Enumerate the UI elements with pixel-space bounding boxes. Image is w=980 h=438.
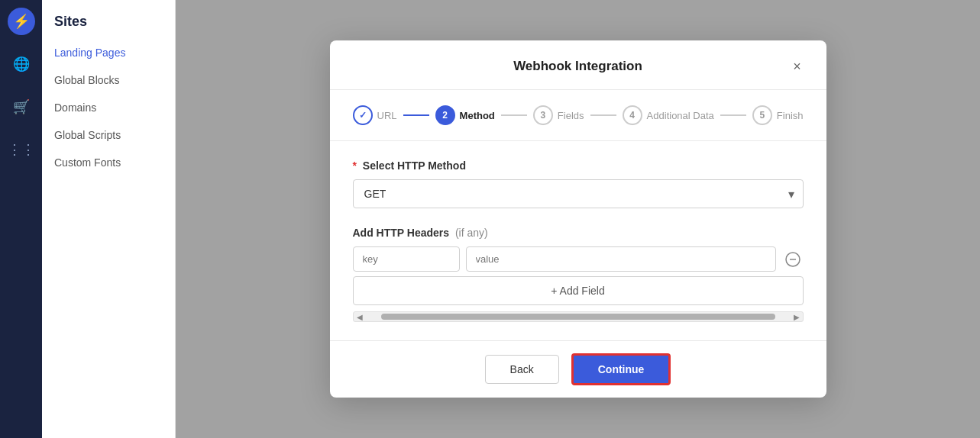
http-method-label: * Select HTTP Method: [353, 159, 804, 172]
modal-header: Webhook Integration ×: [330, 40, 826, 90]
continue-button[interactable]: Continue: [571, 353, 671, 385]
connector-1-2: [403, 114, 429, 116]
globe-nav-icon[interactable]: 🌐: [8, 50, 35, 78]
step-5-circle: 5: [752, 105, 772, 125]
required-indicator: *: [353, 159, 357, 172]
nav-title: Sites: [42, 0, 175, 39]
http-method-select-wrapper: GET ▾: [353, 179, 804, 208]
scrollbar-thumb[interactable]: [381, 314, 775, 320]
step-1-circle: ✓: [353, 105, 373, 125]
close-button[interactable]: ×: [787, 56, 808, 77]
horizontal-scrollbar[interactable]: ◀ ▶: [353, 311, 804, 322]
headers-section-label: Add HTTP Headers (if any): [353, 227, 804, 239]
step-url: ✓ URL: [353, 105, 397, 125]
content-area: Webhook Integration × ✓ URL 2 Method: [176, 0, 980, 438]
nav-item-landing-pages[interactable]: Landing Pages: [42, 39, 175, 66]
modal-footer: Back Continue: [330, 340, 826, 398]
step-1-label: URL: [377, 110, 397, 121]
step-4-label: Additional Data: [647, 110, 714, 121]
webhook-modal: Webhook Integration × ✓ URL 2 Method: [330, 40, 826, 398]
nav-item-global-blocks[interactable]: Global Blocks: [42, 66, 175, 94]
step-5-label: Finish: [777, 110, 804, 121]
grid-nav-icon[interactable]: ⋮⋮: [8, 136, 35, 163]
key-input[interactable]: [353, 246, 460, 272]
value-input[interactable]: [466, 246, 776, 272]
step-2-circle: 2: [435, 105, 455, 125]
modal-body: * Select HTTP Method GET ▾ Add HTTP Head…: [330, 141, 826, 340]
step-4-circle: 4: [623, 105, 642, 125]
headers-input-row: [353, 246, 804, 272]
nav-item-global-scripts[interactable]: Global Scripts: [42, 121, 175, 149]
modal-title: Webhook Integration: [370, 59, 787, 74]
add-field-button[interactable]: + Add Field: [353, 276, 804, 305]
step-fields: 3 Fields: [533, 105, 584, 125]
connector-3-4: [590, 114, 616, 116]
step-finish: 5 Finish: [752, 105, 804, 125]
logo-button[interactable]: ⚡: [8, 8, 35, 35]
connector-4-5: [720, 114, 746, 116]
http-method-select[interactable]: GET: [353, 179, 804, 208]
scroll-right-arrow[interactable]: ▶: [791, 311, 803, 322]
sidebar-left: ⚡ 🌐 🛒 ⋮⋮: [0, 0, 42, 438]
scroll-left-arrow[interactable]: ◀: [354, 311, 366, 322]
nav-item-domains[interactable]: Domains: [42, 94, 175, 121]
connector-2-3: [501, 114, 527, 116]
modal-overlay: Webhook Integration × ✓ URL 2 Method: [176, 0, 980, 438]
back-button[interactable]: Back: [485, 355, 559, 384]
step-method: 2 Method: [435, 105, 495, 125]
main-nav: Sites Landing Pages Global Blocks Domain…: [42, 0, 176, 438]
nav-item-custom-fonts[interactable]: Custom Fonts: [42, 149, 175, 176]
step-3-circle: 3: [533, 105, 553, 125]
step-2-label: Method: [460, 110, 495, 121]
remove-field-button[interactable]: [782, 249, 804, 270]
cart-nav-icon[interactable]: 🛒: [8, 93, 35, 121]
stepper: ✓ URL 2 Method 3 Fields 4: [330, 90, 826, 141]
step-additional-data: 4 Additional Data: [623, 105, 714, 125]
step-3-label: Fields: [558, 110, 584, 121]
optional-label: (if any): [455, 227, 488, 239]
